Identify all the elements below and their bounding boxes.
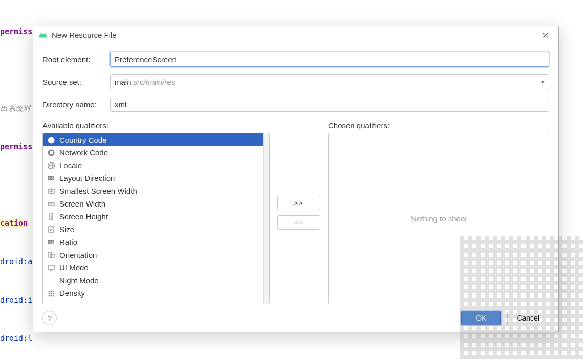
qualifier-item-label: Density	[59, 289, 85, 298]
help-button[interactable]: ?	[42, 311, 57, 325]
svg-point-26	[53, 292, 54, 294]
qualifier-item-country[interactable]: Country Code	[43, 133, 269, 146]
qualifier-item-label: Locale	[59, 161, 82, 170]
qualifier-item-size[interactable]: Size	[43, 223, 269, 236]
orientation-icon	[47, 251, 55, 259]
move-right-button[interactable]: >>	[277, 196, 320, 210]
svg-point-29	[53, 294, 54, 296]
available-qualifiers-header: Available qualifiers:	[42, 121, 270, 133]
qualifier-item-label: Ratio	[59, 238, 77, 246]
new-resource-file-dialog: New Resource File Root element: Source s…	[33, 26, 559, 332]
source-set-hint: src/main/res	[134, 78, 176, 86]
qualifier-item-label: Smallest Screen Width	[59, 187, 137, 195]
qualifier-item-label: Screen Height	[59, 212, 108, 221]
directory-name-label: Directory name:	[42, 100, 110, 109]
qualifier-item-label: Screen Width	[59, 199, 105, 208]
chosen-qualifiers-list[interactable]: Nothing to show	[328, 133, 549, 304]
layout-dir-icon	[47, 174, 55, 183]
globe-icon	[47, 162, 55, 170]
qualifier-item-network[interactable]: Network Code	[43, 146, 269, 159]
night-icon	[47, 277, 55, 285]
qualifier-item-label: Country Code	[59, 135, 107, 144]
height-icon	[47, 213, 55, 221]
svg-rect-18	[50, 254, 54, 257]
width-icon	[47, 200, 55, 208]
density-icon	[47, 289, 55, 298]
chosen-qualifiers-header: Chosen qualifiers:	[328, 121, 549, 133]
chevron-down-icon: ▾	[541, 78, 545, 85]
ok-button[interactable]: OK	[461, 311, 501, 325]
svg-point-21	[49, 290, 50, 292]
source-set-value: main	[115, 78, 132, 86]
ratio-icon: 4:3	[47, 238, 55, 246]
source-set-label: Source set:	[42, 78, 110, 86]
chosen-empty-text: Nothing to show	[329, 133, 549, 304]
qualifier-item-label: Layout Direction	[59, 174, 115, 183]
source-set-combo[interactable]: main src/main/res ▾	[110, 74, 549, 89]
scrollbar[interactable]	[263, 133, 269, 304]
cancel-button[interactable]: Cancel	[507, 311, 549, 325]
svg-rect-1	[50, 138, 53, 142]
svg-text:4:3: 4:3	[49, 241, 54, 244]
dialog-footer: ? OK Cancel	[33, 304, 558, 332]
svg-point-23	[53, 290, 54, 292]
dialog-titlebar[interactable]: New Resource File	[33, 26, 558, 44]
svg-point-25	[51, 292, 52, 294]
size-icon	[47, 225, 55, 234]
dialog-body: Root element: Source set: main src/main/…	[33, 44, 558, 304]
qualifier-item-night[interactable]: Night Mode	[43, 274, 269, 287]
svg-point-22	[51, 290, 52, 292]
qualifier-item-ratio[interactable]: 4:3Ratio	[43, 236, 269, 248]
qualifier-item-label: Orientation	[59, 251, 97, 259]
qualifier-item-globe[interactable]: Locale	[43, 159, 269, 172]
qualifier-item-ui-mode[interactable]: UI Mode	[43, 261, 269, 274]
root-element-label: Root element:	[42, 55, 110, 64]
qualifier-item-height[interactable]: Screen Height	[43, 210, 269, 223]
dialog-title: New Resource File	[52, 31, 538, 39]
ui-mode-icon	[47, 264, 55, 272]
available-qualifiers-list[interactable]: Country CodeNetwork CodeLocaleLayout Dir…	[42, 133, 270, 304]
svg-point-28	[51, 294, 52, 296]
qualifier-item-layout-dir[interactable]: Layout Direction	[43, 172, 269, 185]
move-left-button[interactable]: <<	[277, 215, 320, 230]
smallest-width-icon	[47, 187, 55, 195]
android-icon	[38, 31, 48, 40]
country-icon	[47, 136, 55, 144]
qualifier-item-label: Size	[59, 225, 74, 234]
close-button[interactable]	[538, 28, 553, 43]
network-icon	[47, 149, 55, 157]
qualifier-item-density[interactable]: Density	[43, 287, 269, 300]
root-element-input[interactable]	[110, 52, 549, 67]
directory-name-input[interactable]	[110, 97, 549, 112]
qualifier-item-smallest-width[interactable]: Smallest Screen Width	[43, 185, 269, 197]
svg-point-27	[49, 294, 50, 296]
svg-rect-19	[48, 265, 54, 269]
qualifier-item-label: Network Code	[59, 148, 108, 157]
svg-point-24	[49, 292, 50, 294]
qualifier-item-label: UI Mode	[59, 263, 89, 272]
qualifier-item-width[interactable]: Screen Width	[43, 197, 269, 210]
qualifier-item-orientation[interactable]: Orientation	[43, 248, 269, 261]
qualifier-item-label: Night Mode	[59, 276, 99, 285]
